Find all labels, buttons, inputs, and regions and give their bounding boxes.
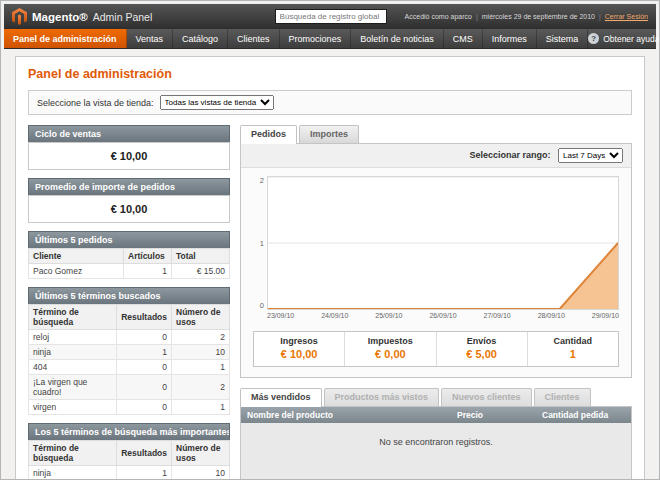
cell-uses: 2: [172, 330, 230, 345]
nav-item-dashboard[interactable]: Panel de administración: [4, 29, 127, 48]
search-term-row[interactable]: reloj 0 2: [29, 330, 230, 345]
col-header-cliente: Cliente: [29, 249, 124, 264]
sales-cycle-value: € 10,00: [28, 142, 230, 170]
nav-item-informes[interactable]: Informes: [483, 29, 537, 48]
cell-term: 404: [29, 360, 117, 375]
nav-item-sistema[interactable]: Sistema: [537, 29, 589, 48]
nav-item-promociones[interactable]: Promociones: [280, 29, 352, 48]
magento-logo-icon: [12, 8, 27, 25]
cell-term: ¡La virgen que cuadro!: [29, 375, 117, 400]
top-search-terms-box: Los 5 términos de búsqueda más important…: [28, 423, 230, 480]
col-header-price: Precio: [451, 407, 536, 423]
logout-link[interactable]: Cerrar Sesión: [605, 13, 648, 20]
empty-records-message: No se encontraron registros.: [241, 423, 631, 480]
tab-mas-vendidos[interactable]: Más vendidos: [240, 388, 322, 407]
orders-chart: 210 23/09/1024/09/1025/09/1026/09/10: [241, 168, 631, 323]
range-select[interactable]: Last 7 Days: [558, 148, 623, 163]
magento-admin-page: Magento® Admin Panel Accedió como aparco…: [0, 0, 660, 480]
tab-pedidos[interactable]: Pedidos: [240, 125, 297, 144]
store-view-select[interactable]: Todas las vistas de tienda: [160, 95, 274, 110]
chart-x-labels: 23/09/1024/09/1025/09/1026/09/1027/09/10…: [267, 310, 619, 319]
x-axis-tick-label: 24/09/10: [321, 312, 348, 319]
avg-order-value: € 10,00: [28, 195, 230, 223]
nav-item-clientes[interactable]: Clientes: [228, 29, 280, 48]
range-label: Seleccionar rango:: [469, 150, 550, 160]
diagram-tabs: Pedidos Importes: [240, 125, 632, 143]
last-search-terms-box: Últimos 5 términos buscados Término de b…: [28, 287, 230, 415]
tab-clientes[interactable]: Clientes: [534, 388, 591, 406]
x-axis-tick-label: 25/09/10: [375, 312, 402, 319]
col-header-total: Total: [172, 249, 230, 264]
y-axis-tick-label: 2: [253, 176, 264, 185]
table-header-row: Cliente Artículos Total: [29, 249, 230, 264]
search-term-row[interactable]: ¡La virgen que cuadro! 0 2: [29, 375, 230, 400]
cell-uses: 10: [172, 466, 230, 480]
top-search-terms-title: Los 5 términos de búsqueda más important…: [28, 423, 230, 440]
content-wrapper: Panel de administración Seleccione la vi…: [4, 49, 656, 480]
stat-envios: Envíos € 5,00: [436, 332, 527, 366]
col-header-results: Resultados: [117, 441, 172, 466]
y-axis-tick-label: 1: [253, 239, 264, 248]
stat-value: 1: [530, 348, 616, 360]
cell-term: reloj: [29, 330, 117, 345]
cell-term: virgen: [29, 400, 117, 415]
avg-order-box: Promedio de importe de pedidos € 10,00: [28, 178, 230, 223]
logged-in-text: Accedió como aparco: [405, 13, 472, 20]
store-switcher-label: Seleccione la vista de tienda:: [37, 98, 154, 108]
table-header-row: Término de búsqueda Resultados Número de…: [29, 441, 230, 466]
chart-plot: [267, 176, 619, 310]
search-term-row[interactable]: ninja 1 10: [29, 345, 230, 360]
help-link[interactable]: ? Obtener ayuda para esta página: [588, 29, 660, 48]
cell-results: 1: [117, 466, 172, 480]
grid-tabs: Más vendidos Productos más vistos Nuevos…: [240, 388, 632, 406]
stat-label: Ingresos: [256, 336, 342, 346]
store-switcher: Seleccione la vista de tienda: Todas las…: [28, 90, 632, 115]
nav-item-boletin[interactable]: Boletín de noticias: [351, 29, 444, 48]
cell-term: ninja: [29, 466, 117, 480]
session-info: Accedió como aparco | miércoles 29 de se…: [405, 13, 648, 20]
separator: |: [476, 13, 478, 20]
cell-uses: 2: [172, 375, 230, 400]
col-header-uses: Número de usos: [172, 305, 230, 330]
tab-importes[interactable]: Importes: [299, 125, 359, 143]
search-term-row[interactable]: ninja 1 10: [29, 466, 230, 480]
col-header-qty: Cantidad pedida: [536, 407, 631, 423]
stat-value: € 10,00: [256, 348, 342, 360]
avg-order-title: Promedio de importe de pedidos: [28, 178, 230, 195]
help-label: Obtener ayuda para esta página: [603, 34, 660, 44]
chart-plot-row: 210: [253, 176, 619, 310]
brand-suffix: Admin Panel: [93, 11, 153, 23]
nav-item-cms[interactable]: CMS: [444, 29, 483, 48]
chart-svg: [268, 177, 618, 309]
cell-results: 0: [117, 330, 172, 345]
nav-item-catalogo[interactable]: Catálogo: [173, 29, 228, 48]
order-row[interactable]: Paco Gomez 1 € 15.00: [29, 264, 230, 279]
chart-area: [268, 243, 618, 309]
x-axis-tick-label: 23/09/10: [267, 312, 294, 319]
cell-results: 0: [117, 360, 172, 375]
tab-productos-mas-vistos[interactable]: Productos más vistos: [324, 388, 440, 406]
tab-nuevos-clientes[interactable]: Nuevos clientes: [441, 388, 532, 406]
stat-value: € 5,00: [439, 348, 525, 360]
nav-item-ventas[interactable]: Ventas: [127, 29, 174, 48]
product-grid-header: Nombre del producto Precio Cantidad pedi…: [241, 407, 631, 423]
search-term-row[interactable]: virgen 0 1: [29, 400, 230, 415]
dashboard-sidebar: Ciclo de ventas € 10,00 Promedio de impo…: [28, 125, 230, 480]
col-header-results: Resultados: [117, 305, 172, 330]
col-header-term: Término de búsqueda: [29, 305, 117, 330]
last-orders-box: Últimos 5 pedidos Cliente Artículos Tota…: [28, 231, 230, 279]
orders-panel: Seleccionar rango: Last 7 Days 210: [240, 143, 632, 378]
col-header-articulos: Artículos: [124, 249, 172, 264]
page-title: Panel de administración: [28, 67, 632, 81]
dashboard-columns: Ciclo de ventas € 10,00 Promedio de impo…: [28, 125, 632, 480]
last-search-terms-table: Término de búsqueda Resultados Número de…: [28, 304, 230, 415]
help-icon: ?: [588, 33, 599, 44]
y-axis-tick-label: 0: [253, 301, 264, 310]
separator: |: [599, 13, 601, 20]
col-header-product-name: Nombre del producto: [241, 407, 451, 423]
cell-results: 1: [117, 345, 172, 360]
search-term-row[interactable]: 404 0 1: [29, 360, 230, 375]
global-search-input[interactable]: [275, 9, 387, 24]
main-nav: Panel de administración Ventas Catálogo …: [4, 29, 656, 49]
current-date: miércoles 29 de septiembre de 2010: [482, 13, 595, 20]
